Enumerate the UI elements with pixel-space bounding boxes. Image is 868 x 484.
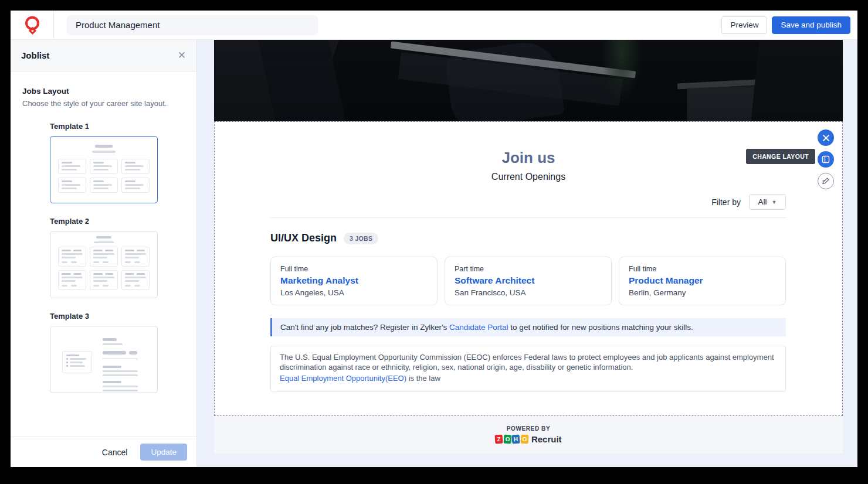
app-body: Joblist ✕ Jobs Layout Choose the style o… [11,40,857,467]
app-logo[interactable] [11,11,54,39]
jobs-layout-description: Choose the style of your career site lay… [22,99,185,108]
job-location: Los Angeles, USA [280,288,428,297]
joblist-edit-zone[interactable]: CHANGE LAYOUT Join us Current Openings F… [214,121,843,416]
career-site-title-input[interactable] [67,15,318,35]
edit-section-button[interactable] [818,173,834,189]
close-icon[interactable]: ✕ [178,50,186,60]
chevron-down-icon: ▼ [772,199,777,205]
zoho-tile-h: H [512,435,520,444]
template-2-grid [50,247,157,290]
job-type: Part time [455,265,602,273]
career-site-preview: CHANGE LAYOUT Join us Current Openings F… [214,40,843,454]
job-cards-row: Full time Marketing Analyst Los Angeles,… [270,257,786,305]
zoho-tile-o2: O [520,435,528,444]
zoho-recruit-logo-icon [22,15,42,36]
current-openings-subheading: Current Openings [215,172,842,182]
job-title-link[interactable]: Product Manager [629,275,776,286]
eeoc-suffix: is the law [406,374,440,383]
recruit-brand-name: Recruit [531,434,562,444]
edit-zone-actions [818,129,834,189]
update-button[interactable]: Update [140,444,187,461]
sidebar-footer: Cancel Update [11,437,196,467]
template-2-thumbnail[interactable] [50,231,158,298]
change-layout-tooltip: CHANGE LAYOUT [746,149,815,164]
screen-frame: Preview Save and publish Joblist ✕ Jobs … [0,0,868,484]
cancel-button[interactable]: Cancel [102,448,128,457]
site-preview-canvas: CHANGE LAYOUT Join us Current Openings F… [197,40,857,467]
layout-icon [822,155,830,163]
zoho-tile-z: Z [495,435,503,444]
change-layout-button[interactable] [818,151,834,168]
template-list: Template 1 [50,122,158,393]
department-section-header: UI/UX Design 3 JOBS [270,232,786,244]
jobs-count-badge: 3 JOBS [344,233,378,244]
template-3-thumbnail[interactable] [50,326,158,393]
eeoc-notice: The U.S. Equal Employment Opportunity Co… [270,346,786,392]
template-1-label: Template 1 [50,122,158,131]
template-2-label: Template 2 [50,217,158,226]
joblist-content: Filter by All ▼ UI/UX Design 3 JOBS [215,194,842,392]
template-1-grid [50,159,157,193]
zoho-logo: Z O H O [495,435,528,444]
job-card[interactable]: Full time Marketing Analyst Los Angeles,… [270,257,438,305]
close-edit-button[interactable] [818,129,834,146]
joblist-sidebar: Joblist ✕ Jobs Layout Choose the style o… [11,40,197,467]
job-type: Full time [629,265,776,273]
app-window: Preview Save and publish Joblist ✕ Jobs … [11,11,857,467]
filter-dropdown-value: All [758,197,767,206]
template-1-thumbnail[interactable] [50,136,158,203]
jobs-layout-heading: Jobs Layout [22,87,185,96]
filter-row: Filter by All ▼ [270,194,786,210]
portal-note-text-after: to get notified for new positions matchi… [508,323,693,332]
candidate-portal-link[interactable]: Candidate Portal [449,323,508,332]
job-title-link[interactable]: Marketing Analyst [280,275,428,286]
job-title-link[interactable]: Software Architect [455,275,602,286]
zoho-tile-o1: O [504,435,512,444]
close-icon [823,135,829,141]
candidate-portal-note: Can't find any job matches? Register in … [270,318,786,336]
hero-image [214,40,843,121]
template-2-art [50,231,157,243]
job-type: Full time [280,265,428,273]
topbar: Preview Save and publish [11,11,857,40]
job-card[interactable]: Full time Product Manager Berlin, German… [619,257,786,305]
job-location: San Francisco, USA [455,288,602,297]
zoho-recruit-brand: Z O H O Recruit [495,434,561,444]
sidebar-header: Joblist ✕ [11,40,196,71]
job-card[interactable]: Part time Software Architect San Francis… [445,257,612,305]
preview-button[interactable]: Preview [721,16,767,34]
filter-by-label: Filter by [711,197,741,207]
powered-by-label: POWERED BY [507,425,550,432]
portal-note-text: Can't find any job matches? Register in … [280,323,449,332]
divider [270,217,786,218]
template-1-art [50,137,157,153]
save-and-publish-button[interactable]: Save and publish [772,16,850,34]
edit-pen-icon [822,177,830,185]
powered-by-footer: POWERED BY Z O H O Recruit [214,416,843,454]
sidebar-content: Jobs Layout Choose the style of your car… [11,71,196,437]
department-title: UI/UX Design [270,232,337,244]
filter-dropdown[interactable]: All ▼ [749,194,786,210]
sidebar-title: Joblist [21,50,49,60]
eeoc-text: The U.S. Equal Employment Opportunity Co… [280,353,774,371]
topbar-actions: Preview Save and publish [721,16,850,34]
template-3-label: Template 3 [50,312,158,321]
template-3-art [50,326,157,391]
eeo-law-link[interactable]: Equal Employment Opportunity(EEO) [280,374,406,383]
job-location: Berlin, Germany [629,288,776,297]
